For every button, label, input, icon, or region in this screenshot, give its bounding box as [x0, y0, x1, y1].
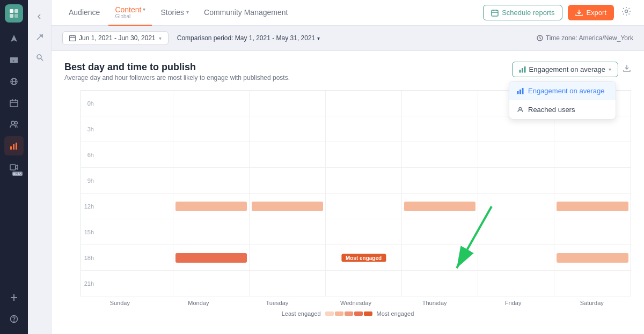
- grid-cell: [326, 142, 402, 167]
- grid-cell: [478, 142, 554, 167]
- chart-header: Best day and time to publish Average day…: [64, 62, 631, 81]
- day-label: Tuesday: [238, 300, 317, 306]
- grid-cell: Most engaged: [326, 245, 402, 270]
- tab-content[interactable]: Content ▾ Global: [108, 0, 152, 26]
- grid-cell: [97, 194, 173, 219]
- svg-rect-34: [519, 70, 521, 73]
- dropdown-option-engagement[interactable]: Engagement on average: [509, 81, 616, 100]
- grid-cell: [402, 142, 478, 167]
- grid-cell: [173, 245, 250, 270]
- collapse-icon[interactable]: [31, 8, 48, 25]
- grid-cell: [478, 271, 554, 296]
- chart-controls: Engagement on average ▾ Engagement on av…: [512, 62, 631, 77]
- secondary-sidebar: [28, 0, 52, 334]
- grid-cell: [326, 271, 402, 296]
- grid-cell: [478, 116, 554, 142]
- grid-cell: [173, 91, 250, 116]
- svg-rect-36: [524, 66, 525, 73]
- inbox-icon[interactable]: [4, 50, 24, 70]
- calendar-icon[interactable]: [4, 93, 24, 113]
- metric-dropdown[interactable]: Engagement on average ▾: [512, 62, 618, 77]
- svg-point-28: [625, 10, 628, 13]
- day-label: Monday: [159, 300, 238, 306]
- tab-stories[interactable]: Stories ▾: [154, 0, 195, 26]
- navigate-icon[interactable]: [4, 29, 24, 48]
- globe-icon[interactable]: [4, 72, 24, 91]
- grid-cell: [250, 142, 326, 167]
- main-content: Audience Content ▾ Global Stories ▾ Comm…: [52, 0, 644, 334]
- grid-cell: [173, 142, 250, 167]
- svg-rect-16: [10, 165, 16, 170]
- svg-point-22: [37, 55, 41, 59]
- metric-dropdown-menu: Engagement on average Reached users: [509, 81, 616, 120]
- top-nav: Audience Content ▾ Global Stories ▾ Comm…: [52, 0, 644, 26]
- grid-cell: [554, 245, 631, 270]
- svg-rect-2: [10, 14, 13, 18]
- svg-point-12: [15, 122, 18, 124]
- grid-cell: [326, 91, 402, 116]
- help-icon[interactable]: [4, 309, 24, 329]
- calendar-filter-icon: [69, 35, 76, 41]
- grid-cell: [402, 168, 478, 193]
- grid-cell: [97, 245, 173, 270]
- settings-button[interactable]: [619, 4, 633, 21]
- app-logo[interactable]: [5, 4, 23, 23]
- arrow-icon[interactable]: [31, 28, 48, 46]
- grid-cell: [250, 116, 326, 142]
- grid-cell: [402, 116, 478, 142]
- analytics-icon[interactable]: [4, 136, 24, 155]
- grid-cell: [326, 219, 402, 244]
- schedule-reports-button[interactable]: Schedule reports: [483, 5, 562, 20]
- tab-audience[interactable]: Audience: [62, 0, 106, 26]
- stories-chevron-icon: ▾: [186, 9, 189, 15]
- beta-label: BETA: [12, 172, 23, 176]
- metric-chevron-icon: ▾: [609, 66, 611, 72]
- grid-cell: [478, 168, 554, 193]
- grid-cell: [402, 271, 478, 296]
- grid-cell: [173, 194, 250, 219]
- grid-cell: [554, 271, 631, 296]
- grid-cell: [554, 116, 631, 142]
- day-label: Thursday: [395, 300, 474, 306]
- add-icon[interactable]: [4, 288, 24, 307]
- grid-cell: [97, 219, 173, 244]
- day-label: Saturday: [552, 300, 631, 306]
- team-icon[interactable]: [4, 115, 24, 134]
- grid-cell: [173, 219, 250, 244]
- svg-rect-15: [16, 143, 17, 150]
- day-label: Sunday: [80, 300, 159, 306]
- download-icon: [623, 64, 631, 72]
- date-chevron-icon: ▾: [159, 35, 162, 41]
- sidebar-bottom: [4, 287, 24, 330]
- video-beta-icon[interactable]: BETA: [4, 158, 24, 177]
- grid-cell: [326, 116, 402, 142]
- content-chevron-icon: ▾: [143, 6, 145, 12]
- grid-cell: [97, 168, 173, 193]
- grid-cell: [554, 219, 631, 244]
- tab-community[interactable]: Community Management: [197, 0, 294, 26]
- cell-bar: [404, 202, 475, 211]
- svg-rect-39: [522, 88, 524, 94]
- grid-cell: [97, 271, 173, 296]
- grid-cell: [402, 91, 478, 116]
- cell-bar: [252, 202, 323, 211]
- download-button[interactable]: [623, 64, 631, 75]
- svg-rect-35: [522, 68, 523, 73]
- date-range-button[interactable]: Jun 1, 2021 - Jun 30, 2021 ▾: [62, 31, 169, 45]
- svg-rect-37: [517, 91, 519, 94]
- dropdown-option-reached[interactable]: Reached users: [509, 100, 616, 119]
- grid-cell: [554, 168, 631, 193]
- main-sidebar: BETA: [0, 0, 28, 334]
- legend-gradient: [325, 311, 372, 316]
- nav-tabs: Audience Content ▾ Global Stories ▾ Comm…: [62, 0, 483, 26]
- grid-cell: [250, 168, 326, 193]
- chart-legend: Least engaged Most engaged: [64, 310, 631, 317]
- clock-icon: [537, 35, 543, 41]
- chart-area: Best day and time to publish Average day…: [52, 51, 644, 334]
- grid-cell: [173, 271, 250, 296]
- grid-cell: [250, 271, 326, 296]
- export-button[interactable]: Export: [568, 5, 614, 20]
- engagement-icon: [517, 87, 524, 94]
- search-icon[interactable]: [31, 49, 48, 66]
- comparison-label: Comparison period: May 1, 2021 - May 31,…: [177, 34, 320, 42]
